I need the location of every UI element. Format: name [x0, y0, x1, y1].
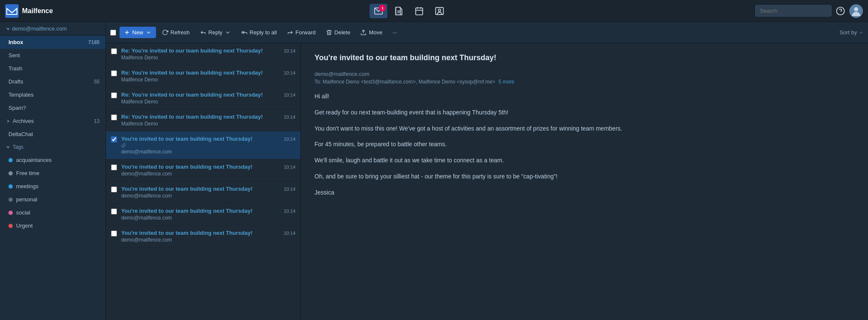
reply-all-button[interactable]: Reply to all	[237, 27, 281, 38]
sort-by-button[interactable]: Sort by	[840, 29, 864, 36]
nav-calendar-button[interactable]	[410, 4, 428, 18]
reading-pane: You're invited to our team building next…	[301, 43, 868, 320]
tag-social-label: social	[16, 209, 100, 216]
help-button[interactable]	[836, 6, 845, 16]
email-row[interactable]: You're invited to our team building next…	[106, 159, 300, 181]
more-button[interactable]: ···	[388, 27, 401, 38]
sidebar-item-sent[interactable]: Sent	[0, 49, 106, 62]
account-chevron-icon	[6, 27, 10, 31]
reading-body: Hi all! Get ready for ou next team-build…	[314, 92, 854, 198]
sidebar-tag-personal[interactable]: personal	[0, 193, 106, 206]
sidebar-tag-meetings[interactable]: meetings	[0, 180, 106, 193]
social-tag-dot	[8, 211, 13, 215]
sidebar-item-drafts[interactable]: Drafts 55	[0, 75, 106, 88]
email-checkbox[interactable]	[111, 164, 117, 170]
forward-button[interactable]: Forward	[283, 27, 320, 38]
email-subject: Re: You're invited to our team building …	[121, 114, 279, 120]
sidebar-deltachat-label: DeltaChat	[8, 131, 100, 137]
email-row[interactable]: Re: You're invited to our team building …	[106, 87, 300, 109]
email-checkbox[interactable]	[111, 231, 117, 237]
sidebar-item-deltachat[interactable]: DeltaChat	[0, 128, 106, 141]
account-header[interactable]: demo@mailfence.com	[0, 22, 106, 36]
sidebar-tag-free-time[interactable]: Free time	[0, 167, 106, 180]
body-paragraph: For 45 minutes, be prepared to battle ot…	[314, 139, 854, 150]
reading-from: demo@mailfence.com	[314, 71, 854, 77]
forward-label: Forward	[295, 29, 316, 36]
reply-button[interactable]: Reply	[196, 27, 235, 38]
email-time: 10:14	[284, 47, 295, 53]
new-button[interactable]: New	[120, 27, 156, 38]
tags-section-header[interactable]: Tags	[0, 141, 106, 153]
email-row[interactable]: Re: You're invited to our team building …	[106, 65, 300, 87]
mailfence-logo-icon	[5, 4, 19, 18]
email-time: 10:14	[284, 114, 295, 120]
move-label: Move	[369, 29, 382, 36]
email-time: 10:14	[284, 230, 295, 236]
sidebar-item-trash[interactable]: Trash	[0, 62, 106, 75]
email-checkbox[interactable]	[111, 70, 117, 76]
body-signature: Jessica	[314, 188, 854, 198]
sidebar-inbox-label: Inbox	[8, 39, 88, 45]
email-checkbox[interactable]	[111, 114, 117, 120]
sidebar-tag-social[interactable]: social	[0, 206, 106, 219]
email-row[interactable]: You're invited to our team building next…	[106, 131, 300, 159]
nav-icons: 1	[63, 4, 755, 18]
move-button[interactable]: Move	[356, 27, 387, 38]
search-input[interactable]	[755, 5, 832, 17]
sidebar-sent-label: Sent	[8, 52, 100, 58]
email-row[interactable]: Re: You're invited to our team building …	[106, 109, 300, 131]
email-row[interactable]: You're invited to our team building next…	[106, 225, 300, 248]
main-content: demo@mailfence.com Inbox 7185 Sent Trash…	[0, 22, 868, 320]
sidebar-tag-urgent[interactable]: Urgent	[0, 219, 106, 232]
email-time: 10:14	[284, 208, 295, 214]
avatar-button[interactable]	[849, 4, 863, 18]
email-row[interactable]: Re: You're invited to our team building …	[106, 43, 300, 65]
email-subject: You're invited to our team building next…	[121, 136, 279, 142]
sidebar-trash-label: Trash	[8, 65, 100, 72]
sidebar-spam-label: Spam?	[8, 105, 100, 111]
email-checkbox[interactable]	[111, 136, 117, 142]
reading-subject: You're invited to our team building next…	[314, 53, 496, 62]
more-recipients-link[interactable]: 5 more	[498, 79, 514, 85]
email-time: 10:14	[284, 70, 295, 75]
sidebar-item-templates[interactable]: Templates	[0, 88, 106, 101]
refresh-button[interactable]: Refresh	[158, 27, 194, 38]
email-checkbox[interactable]	[111, 92, 117, 98]
body-paragraph: Oh, and be sure to bring your silliest h…	[314, 172, 854, 182]
email-checkbox[interactable]	[111, 186, 117, 192]
email-checkbox[interactable]	[111, 48, 117, 54]
sidebar-item-inbox[interactable]: Inbox 7185	[0, 36, 106, 49]
nav-documents-button[interactable]	[390, 4, 408, 18]
top-nav: Mailfence 1	[0, 0, 868, 22]
app-name: Mailfence	[22, 7, 53, 15]
email-row[interactable]: You're invited to our team building next…	[106, 203, 300, 225]
email-subject: Re: You're invited to our team building …	[121, 47, 279, 54]
nav-contacts-button[interactable]	[431, 4, 448, 18]
reply-chevron-icon	[225, 29, 231, 36]
email-sender: Mailfence Demo	[121, 77, 279, 83]
select-all-checkbox[interactable]	[110, 30, 116, 36]
email-subject: You're invited to our team building next…	[121, 164, 279, 170]
email-sender: demo@mailfence.com	[121, 171, 279, 177]
nav-mail-button[interactable]: 1	[370, 4, 387, 18]
body-paragraph: Get ready for ou next team-building even…	[314, 108, 854, 118]
delete-button[interactable]: Delete	[322, 27, 355, 38]
sidebar-tag-acquaintances[interactable]: acquaintances	[0, 153, 106, 167]
email-row[interactable]: You're invited to our team building next…	[106, 181, 300, 203]
meetings-tag-dot	[8, 184, 13, 189]
sidebar-archives-label: Archives	[13, 118, 94, 124]
refresh-icon	[162, 29, 168, 36]
tag-meetings-label: meetings	[16, 183, 100, 189]
email-sender: Mailfence Demo	[121, 55, 279, 61]
sidebar-item-spam[interactable]: Spam?	[0, 101, 106, 114]
personal-tag-dot	[8, 198, 13, 202]
email-sender: demo@mailfence.com	[121, 149, 279, 155]
free-time-tag-dot	[8, 171, 13, 175]
email-time: 10:14	[284, 164, 295, 170]
new-chevron-icon	[145, 29, 152, 36]
svg-point-15	[854, 7, 858, 11]
body-paragraph: Hi all!	[314, 92, 854, 102]
sidebar-item-archives[interactable]: Archives 13	[0, 114, 106, 128]
reply-icon	[200, 29, 206, 36]
email-checkbox[interactable]	[111, 209, 117, 214]
